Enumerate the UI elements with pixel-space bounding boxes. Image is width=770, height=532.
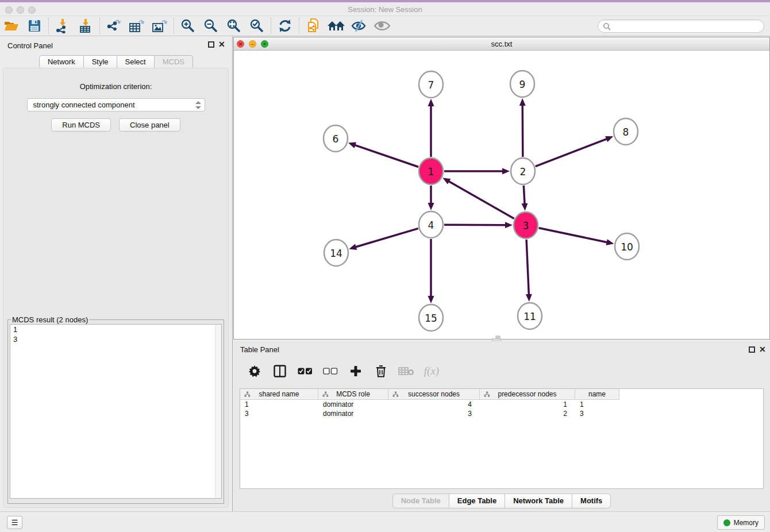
export-network-button[interactable] [102,17,125,35]
show-columns-button[interactable] [271,363,288,380]
table-panel-title: Table Panel [240,345,279,354]
graph-edge[interactable] [354,145,418,167]
float-table-panel-icon[interactable] [749,346,755,353]
result-scrollbar[interactable] [215,325,221,498]
task-history-button[interactable]: ☰ [7,516,22,529]
tab-network-table[interactable]: Network Table [505,494,572,508]
network-view-window: ✕ − + scc.txt 7968124314101511 [233,37,770,340]
home-button[interactable] [325,17,348,35]
mcds-result-item: 1 [10,325,221,334]
hide-selected-button[interactable] [348,17,371,35]
graph-edge-arrowhead [348,142,356,148]
search-field[interactable] [598,20,764,33]
graph-node-label: 6 [333,133,339,145]
tab-mcds[interactable]: MCDS [155,55,193,69]
cell-shared-name: 3 [240,409,318,418]
panel-divider [232,36,233,511]
save-session-button[interactable] [23,17,46,35]
tab-motifs[interactable]: Motifs [572,494,611,508]
toolbar-separator [174,18,174,34]
import-table-icon [78,18,93,33]
open-session-button[interactable] [0,17,23,35]
mcds-result-title: MCDS result (2 nodes) [11,315,89,324]
column-header-name[interactable]: name [575,389,619,400]
cell-mcds-role: dominator [318,400,388,409]
toolbar-separator [48,18,49,34]
tab-network[interactable]: Network [39,55,84,69]
graph-edge-arrowhead [428,296,434,303]
export-image-icon [151,18,168,33]
control-panel-tabs: Network Style Select MCDS [0,55,232,69]
import-network-button[interactable] [51,17,74,35]
graph-edge[interactable] [522,105,523,157]
cell-name: 1 [575,400,619,409]
graph-edge[interactable] [355,229,418,248]
table-settings-button[interactable] [246,363,263,380]
eye-icon [373,20,391,32]
column-header-predecessor-nodes[interactable]: predecessor nodes [480,389,575,400]
graph-edge-arrowhead [521,203,528,211]
delete-table-button[interactable] [398,363,415,380]
column-label: predecessor nodes [498,390,556,398]
add-row-button[interactable] [347,363,364,380]
tab-node-table[interactable]: Node Table [392,494,449,508]
mcds-result-list[interactable]: 1 3 [10,324,222,499]
graph-node-label: 14 [330,248,342,259]
graph-edge[interactable] [536,138,607,166]
import-network-icon [55,18,70,33]
graph-edge[interactable] [448,181,514,218]
zoom-in-icon [180,18,195,33]
control-panel-header: Control Panel ✕ [0,36,232,55]
graph-edge[interactable] [539,228,608,242]
graph-edge[interactable] [526,240,529,295]
hierarchy-sort-icon [244,391,251,398]
zoom-selected-button[interactable] [245,17,268,35]
delete-row-button[interactable] [372,363,390,380]
deselect-all-button[interactable] [322,363,339,380]
zoom-fit-button[interactable] [222,17,245,35]
column-header-shared-name[interactable]: shared name [240,389,318,400]
run-mcds-button[interactable]: Run MCDS [51,118,111,132]
show-all-button[interactable] [371,17,394,35]
search-input[interactable] [598,20,764,33]
zoom-in-button[interactable] [176,17,199,35]
node-table[interactable]: shared name MCDS role successor nodes pr… [240,388,764,489]
graph-edge-arrowhead [605,136,613,142]
memory-button[interactable]: Memory [717,515,765,530]
export-image-button[interactable] [148,17,171,35]
close-panel-icon[interactable]: ✕ [218,40,225,48]
graph-node-label: 10 [621,241,633,253]
memory-status-dot [723,519,730,526]
network-canvas[interactable]: 7968124314101511 [234,51,769,339]
hierarchy-sort-icon [392,391,399,398]
graph-edge[interactable] [444,225,506,225]
float-panel-icon[interactable] [208,41,214,48]
close-panel-button[interactable]: Close panel [119,118,180,132]
zoom-out-button[interactable] [199,17,222,35]
table-row[interactable]: 3 dominator 3 2 3 [240,409,763,418]
tab-select[interactable]: Select [117,55,155,69]
tab-edge-table[interactable]: Edge Table [449,494,505,508]
window-titlebar: Session: New Session [0,2,770,16]
graph-node-label: 2 [520,166,526,178]
refresh-view-button[interactable] [274,17,297,35]
tab-style[interactable]: Style [84,55,117,69]
export-table-icon [128,18,145,33]
control-panel: Control Panel ✕ Network Style Select MCD… [0,36,232,511]
optimization-criterion-label: Optimization criterion: [3,82,228,91]
select-all-button[interactable] [297,363,314,380]
column-label: shared name [259,390,299,398]
criterion-select[interactable]: strongly connected component [27,98,205,111]
export-table-button[interactable] [125,17,148,35]
close-table-panel-icon[interactable]: ✕ [759,345,766,353]
cell-shared-name: 1 [240,400,318,409]
network-window-titlebar[interactable]: ✕ − + scc.txt [234,37,769,51]
cell-mcds-role: dominator [318,409,388,418]
column-header-successor-nodes[interactable]: successor nodes [388,389,480,400]
import-table-button[interactable] [74,17,97,35]
column-header-mcds-role[interactable]: MCDS role [318,389,388,400]
graph-edge[interactable] [523,186,525,205]
function-builder-button[interactable]: f(x) [423,363,440,380]
duplicate-network-button[interactable] [302,17,325,35]
table-row[interactable]: 1 dominator 4 1 1 [240,400,763,409]
